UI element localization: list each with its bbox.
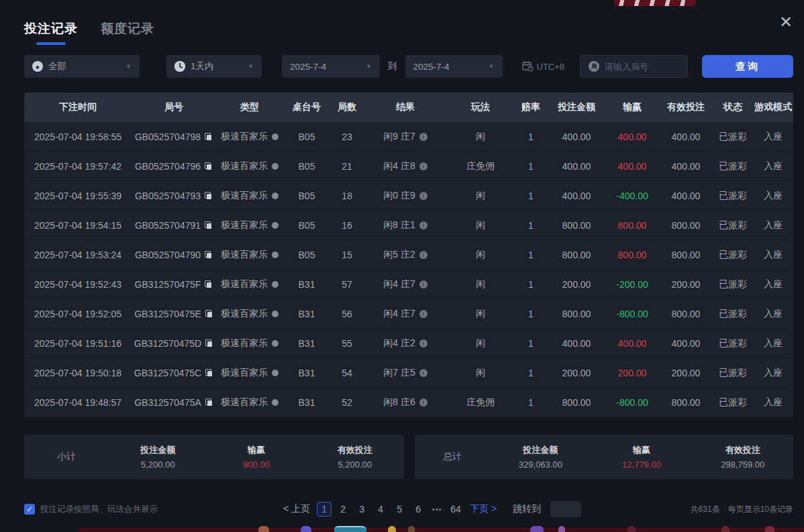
page-button[interactable]: 64	[448, 502, 463, 517]
copy-icon[interactable]	[205, 251, 213, 259]
prev-page-button[interactable]: < 上页	[283, 503, 310, 515]
next-page-button[interactable]: 下页 >	[470, 503, 497, 515]
copy-icon[interactable]	[205, 162, 213, 170]
cell-result: 闲7 庄5 i	[364, 367, 447, 379]
cell-table-number: B05	[283, 131, 330, 142]
cell-bet-time: 2025-07-04 19:52:05	[24, 309, 132, 319]
info-icon[interactable]: i	[419, 251, 428, 259]
column-header: 赔率	[514, 101, 548, 113]
bet-records-table: 下注时间局号类型桌台号局数结果玩法赔率投注金额输赢有效投注状态游戏模式 2025…	[24, 93, 793, 417]
cell-play-type: 闲	[447, 337, 514, 350]
info-icon[interactable]: i	[419, 310, 428, 318]
jump-page-input[interactable]	[550, 501, 581, 517]
per-page-count: 每页显示10条记录	[728, 504, 793, 515]
subtotal-win-label: 输赢	[207, 444, 306, 456]
page-button[interactable]: 1	[317, 502, 332, 517]
cell-odds: 1	[514, 279, 548, 290]
total-bet-label: 投注金额	[490, 444, 591, 456]
cell-bet-amount: 800.00	[548, 250, 605, 260]
tab-bet-records[interactable]: 投注记录	[24, 20, 78, 38]
cell-result: 闲4 庄7 i	[364, 278, 447, 290]
game-type-value: 全部	[48, 60, 66, 72]
copy-icon[interactable]	[205, 192, 213, 200]
date-to-dropdown[interactable]: 2025-7-4 ▼	[405, 55, 503, 78]
page-button[interactable]: 3	[354, 502, 369, 517]
round-number-search[interactable]: 局	[580, 55, 688, 78]
round-number-input[interactable]	[605, 62, 679, 72]
subtotal-panel: 小计 投注金额 5,200.00 输赢 800.00 有效投注 5,200.00	[24, 435, 404, 479]
background-chip	[765, 526, 774, 532]
cell-result: 闲5 庄2 i	[364, 249, 447, 261]
cell-round-count: 18	[330, 191, 364, 201]
table-row: 2025-07-04 19:50:18 GB312570475C 极速百家乐 B…	[24, 358, 793, 388]
column-header: 游戏模式	[753, 101, 793, 113]
cell-win-loss: 400.00	[605, 131, 659, 142]
total-valid-value: 298,759.00	[692, 460, 793, 470]
info-icon[interactable]: i	[419, 192, 428, 200]
game-type-badge-icon	[272, 311, 279, 317]
info-icon[interactable]: i	[419, 162, 428, 170]
total-panel: 总计 投注金额 329,063.00 输赢 12,779.00 有效投注 298…	[415, 435, 793, 479]
column-header: 状态	[713, 101, 753, 113]
game-type-badge-icon	[272, 252, 279, 258]
round-number-icon: 局	[589, 61, 599, 72]
cell-valid-bet: 800.00	[659, 250, 713, 260]
cell-round-count: 57	[330, 279, 364, 290]
cell-play-type: 闲	[447, 278, 514, 290]
copy-icon[interactable]	[205, 339, 213, 348]
summary-bar: 小计 投注金额 5,200.00 输赢 800.00 有效投注 5,200.00…	[24, 435, 793, 479]
copy-icon[interactable]	[205, 398, 213, 407]
query-button[interactable]: 查询	[702, 55, 793, 78]
cell-valid-bet: 400.00	[659, 161, 713, 172]
cell-play-type: 庄免佣	[447, 396, 514, 409]
cell-odds: 1	[514, 309, 548, 319]
chevron-down-icon: ▼	[359, 63, 372, 70]
copy-icon[interactable]	[205, 310, 213, 318]
time-range-dropdown[interactable]: 1天内 ▼	[166, 55, 262, 78]
game-type-dropdown[interactable]: ♠ 全部 ▼	[24, 55, 140, 78]
copy-icon[interactable]	[205, 221, 213, 229]
info-icon[interactable]: i	[419, 398, 428, 407]
cell-round-count: 15	[330, 250, 364, 260]
background-chip	[334, 526, 366, 532]
cell-win-loss: 400.00	[605, 161, 659, 172]
background-chip	[301, 526, 311, 532]
cell-valid-bet: 800.00	[659, 397, 713, 408]
copy-icon[interactable]	[205, 133, 213, 141]
page-button[interactable]: 2	[336, 502, 350, 517]
total-count: 共631条	[691, 504, 720, 515]
info-icon[interactable]: i	[419, 339, 428, 348]
footer-bar: ✓ 投注记录按照局、玩法合并展示 < 上页 123456•••64 下页 > 跳…	[24, 500, 793, 518]
pagination: < 上页 123456•••64 下页 > 跳转到	[283, 501, 581, 517]
date-to-value: 2025-7-4	[413, 62, 450, 72]
page-button[interactable]: 5	[392, 502, 407, 517]
cell-status: 已派彩	[713, 278, 753, 290]
merge-display-checkbox[interactable]: ✓ 投注记录按照局、玩法合并展示	[24, 504, 158, 515]
total-label: 总计	[415, 451, 490, 463]
subtotal-valid-label: 有效投注	[305, 444, 404, 456]
cell-status: 已派彩	[713, 396, 753, 409]
column-header: 投注金额	[548, 101, 605, 113]
tab-quota-records[interactable]: 额度记录	[101, 20, 154, 38]
copy-icon[interactable]	[205, 280, 213, 288]
checkbox-checked-icon[interactable]: ✓	[24, 504, 35, 515]
cell-bet-amount: 200.00	[548, 368, 605, 378]
bet-records-modal: ✕ 投注记录 额度记录 ♠ 全部 ▼ 1天内 ▼ 2025-7-4 ▼ 到 20…	[0, 0, 804, 532]
background-chip	[558, 526, 565, 532]
cell-odds: 1	[514, 250, 548, 260]
page-button[interactable]: 4	[373, 502, 388, 517]
background-chip	[627, 526, 636, 532]
info-icon[interactable]: i	[419, 280, 428, 288]
cell-game-mode: 入座	[753, 308, 793, 320]
close-icon[interactable]: ✕	[774, 11, 797, 34]
cell-round-count: 55	[330, 338, 364, 349]
copy-icon[interactable]	[205, 369, 213, 377]
cell-table-number: B05	[283, 250, 330, 260]
info-icon[interactable]: i	[419, 369, 428, 377]
page-button[interactable]: 6	[411, 502, 425, 517]
cell-bet-time: 2025-07-04 19:53:24	[24, 250, 132, 260]
info-icon[interactable]: i	[419, 221, 428, 229]
date-from-dropdown[interactable]: 2025-7-4 ▼	[282, 55, 380, 78]
info-icon[interactable]: i	[419, 133, 428, 141]
cell-status: 已派彩	[713, 190, 753, 202]
